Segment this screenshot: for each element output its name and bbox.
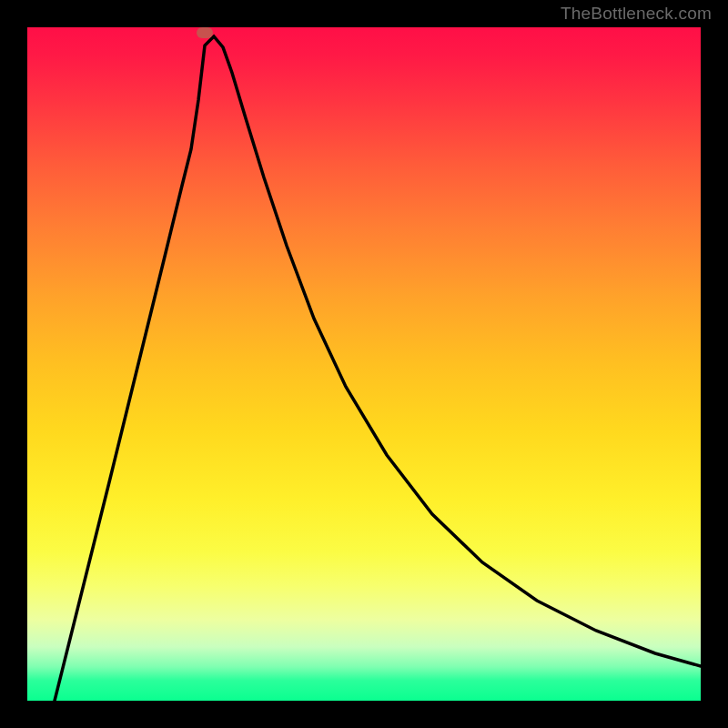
attribution-text: TheBottleneck.com [561,4,712,24]
curve-layer [27,27,701,701]
plot-area [27,27,701,701]
minimum-marker [197,27,213,38]
chart-container: TheBottleneck.com [0,0,728,728]
bottleneck-curve [55,36,701,701]
